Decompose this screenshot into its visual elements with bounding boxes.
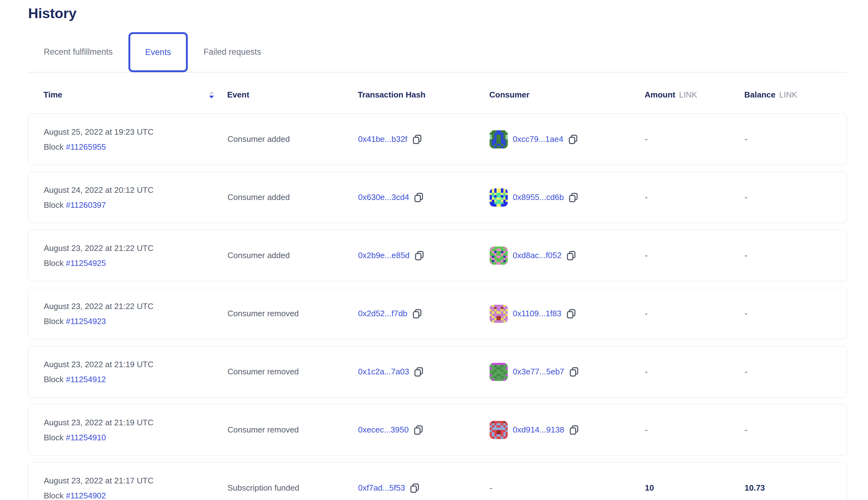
event-row: August 25, 2022 at 19:23 UTC Block #1126… (28, 113, 847, 165)
block-number-link[interactable]: #11265955 (66, 142, 106, 151)
block-label: Block (44, 142, 64, 151)
amount-value: - (645, 251, 745, 260)
block-line: Block #11265955 (44, 142, 227, 151)
transaction-hash-cell: 0x2d52...f7db (358, 309, 490, 319)
sort-indicator-icon[interactable] (209, 91, 214, 99)
copy-icon[interactable] (568, 134, 578, 144)
event-type: Subscription funded (227, 483, 358, 493)
time-cell: August 23, 2022 at 21:19 UTC Block #1125… (44, 418, 227, 442)
consumer-cell: 0xcc79...1ae4 (490, 130, 645, 148)
column-header-amount[interactable]: Amount LINK (644, 90, 744, 100)
tab-events[interactable]: Events (128, 32, 188, 72)
consumer-address-link[interactable]: 0xcc79...1ae4 (513, 134, 563, 144)
block-line: Block #11254910 (44, 433, 227, 442)
time-cell: August 23, 2022 at 21:19 UTC Block #1125… (44, 360, 227, 384)
event-row: August 23, 2022 at 21:19 UTC Block #1125… (28, 346, 847, 398)
block-number-link[interactable]: #11254925 (66, 259, 106, 268)
block-line: Block #11254925 (44, 259, 227, 268)
amount-value: - (645, 309, 745, 318)
event-date: August 24, 2022 at 20:12 UTC (44, 185, 227, 195)
consumer-identicon (490, 363, 508, 381)
consumer-address-link[interactable]: 0x3e77...5eb7 (513, 367, 564, 377)
block-label: Block (44, 259, 64, 268)
copy-icon[interactable] (410, 483, 419, 493)
block-label: Block (44, 433, 64, 442)
sort-up-icon (209, 91, 214, 94)
amount-column-label: Amount (644, 90, 675, 100)
block-line: Block #11260397 (44, 200, 227, 210)
copy-icon[interactable] (414, 193, 423, 203)
event-type: Consumer removed (227, 309, 358, 318)
time-cell: August 23, 2022 at 21:22 UTC Block #1125… (44, 302, 227, 326)
event-row: August 23, 2022 at 21:22 UTC Block #1125… (28, 288, 847, 339)
event-row: August 23, 2022 at 21:22 UTC Block #1125… (28, 230, 847, 281)
consumer-cell: 0xd8ac...f052 (490, 247, 645, 265)
transaction-hash-cell: 0x1c2a...7a03 (358, 367, 490, 377)
block-number-link[interactable]: #11254910 (66, 433, 106, 442)
consumer-address-link[interactable]: 0x1109...1f83 (513, 309, 561, 318)
column-header-time[interactable]: Time (43, 90, 227, 100)
balance-value: - (745, 425, 847, 435)
time-cell: August 25, 2022 at 19:23 UTC Block #1126… (44, 127, 227, 151)
consumer-cell: 0x1109...1f83 (490, 305, 645, 323)
copy-icon[interactable] (414, 425, 423, 435)
tab-recent-fulfillments[interactable]: Recent fulfillments (28, 32, 125, 72)
balance-value: - (745, 134, 847, 144)
tab-failed-requests[interactable]: Failed requests (192, 32, 273, 72)
table-header: Time Event Transaction Hash Consumer Amo… (28, 90, 847, 100)
amount-value: 10 (645, 483, 745, 493)
transaction-hash-link[interactable]: 0x2b9e...e85d (358, 251, 410, 260)
column-header-consumer[interactable]: Consumer (489, 90, 644, 100)
transaction-hash-link[interactable]: 0xecec...3950 (358, 425, 409, 435)
event-type: Consumer added (227, 134, 358, 144)
block-number-link[interactable]: #11254912 (66, 375, 106, 384)
event-row: August 24, 2022 at 20:12 UTC Block #1126… (28, 172, 847, 223)
block-number-link[interactable]: #11254902 (66, 491, 106, 500)
time-column-label: Time (43, 90, 62, 100)
consumer-cell: 0x8955...cd6b (490, 189, 645, 207)
transaction-hash-link[interactable]: 0xf7ad...5f53 (358, 483, 405, 493)
copy-icon[interactable] (567, 251, 576, 261)
copy-icon[interactable] (414, 367, 423, 377)
consumer-address-link[interactable]: 0xd914...9138 (513, 425, 564, 435)
block-label: Block (44, 375, 64, 384)
block-line: Block #11254902 (44, 491, 227, 500)
block-line: Block #11254912 (44, 375, 227, 384)
event-date: August 23, 2022 at 21:19 UTC (44, 360, 227, 369)
event-date: August 23, 2022 at 21:19 UTC (44, 418, 227, 427)
consumer-address-link[interactable]: 0xd8ac...f052 (513, 251, 561, 260)
copy-icon[interactable] (567, 309, 576, 319)
column-header-event[interactable]: Event (227, 90, 358, 100)
column-header-transaction-hash[interactable]: Transaction Hash (358, 90, 489, 100)
transaction-hash-cell: 0xecec...3950 (358, 425, 490, 435)
event-row: August 23, 2022 at 21:19 UTC Block #1125… (28, 404, 847, 456)
consumer-cell: 0x3e77...5eb7 (490, 363, 645, 381)
page-title: History (28, 5, 847, 22)
event-date: August 25, 2022 at 19:23 UTC (44, 127, 227, 137)
copy-icon[interactable] (415, 251, 424, 261)
copy-icon[interactable] (412, 309, 422, 319)
copy-icon[interactable] (569, 193, 578, 203)
transaction-hash-link[interactable]: 0x1c2a...7a03 (358, 367, 409, 377)
transaction-hash-link[interactable]: 0x41be...b32f (358, 134, 408, 144)
consumer-identicon (490, 247, 508, 265)
transaction-hash-link[interactable]: 0x2d52...f7db (358, 309, 408, 318)
block-number-link[interactable]: #11260397 (66, 200, 106, 210)
amount-value: - (645, 425, 745, 435)
copy-icon[interactable] (569, 425, 579, 435)
time-cell: August 23, 2022 at 21:22 UTC Block #1125… (44, 243, 227, 268)
sort-down-icon (209, 95, 214, 99)
balance-value: - (745, 367, 847, 377)
consumer-address-link[interactable]: 0x8955...cd6b (513, 193, 564, 202)
block-label: Block (44, 317, 64, 326)
transaction-hash-link[interactable]: 0x630e...3cd4 (358, 193, 409, 202)
block-label: Block (44, 200, 64, 210)
column-header-balance[interactable]: Balance LINK (744, 90, 847, 100)
time-cell: August 24, 2022 at 20:12 UTC Block #1126… (44, 185, 227, 210)
block-line: Block #11254923 (44, 317, 227, 326)
consumer-identicon (490, 130, 508, 148)
balance-column-label: Balance (744, 90, 776, 100)
block-number-link[interactable]: #11254923 (66, 317, 106, 326)
copy-icon[interactable] (412, 134, 422, 144)
copy-icon[interactable] (569, 367, 579, 377)
